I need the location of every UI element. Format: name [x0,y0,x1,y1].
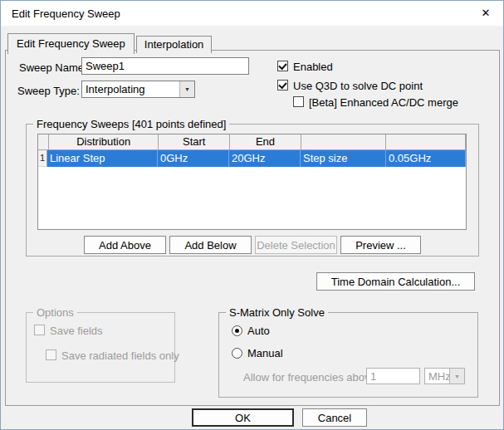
row-number: 1 [38,150,47,167]
save-fields-label: Save fields [50,325,103,337]
sweep-type-label: Sweep Type: [17,85,80,97]
frequency-unit-value: MHz [428,370,451,383]
chevron-down-icon: ▼ [449,369,464,384]
ok-button[interactable]: OK [192,408,294,427]
header-start: Start [159,134,230,150]
cell-start[interactable]: 0GHz [158,150,229,167]
cell-step-size[interactable]: 0.05GHz [386,150,466,167]
header-distribution: Distribution [49,134,159,150]
add-below-button[interactable]: Add Below [169,236,252,254]
selected-row-cells[interactable]: Linear Step 0GHz 20GHz Step size 0.05GHz [47,150,466,167]
table-header-row: Distribution Start End [38,134,466,150]
frequency-value-input [366,368,420,384]
window-title: Edit Frequency Sweep [12,7,120,20]
cancel-button[interactable]: Cancel [302,408,367,427]
close-icon[interactable]: ✕ [479,7,492,20]
manual-label: Manual [247,347,283,359]
frequency-unit-dropdown: MHz ▼ [424,368,465,384]
preview-button[interactable]: Preview ... [340,236,421,254]
s-matrix-group-title: S-Matrix Only Solve [226,306,328,319]
titlebar: Edit Frequency Sweep ✕ [1,1,503,26]
delete-selection-button: Delete Selection [255,236,337,254]
table-row[interactable]: 1 Linear Step 0GHz 20GHz Step size 0.05G… [38,150,466,167]
auto-radio[interactable] [232,325,242,336]
enabled-label: Enabled [293,61,333,73]
sweep-name-label: Sweep Name: [19,61,87,74]
edit-frequency-sweep-dialog: Edit Frequency Sweep ✕ Edit Frequency Sw… [0,0,504,430]
frequency-sweeps-table: Distribution Start End 1 Linear Step 0GH… [37,134,467,230]
use-q3d-label: Use Q3D to solve DC point [293,80,423,92]
options-group-title: Options [33,306,77,319]
use-q3d-checkbox[interactable] [277,80,288,90]
beta-merge-label: [Beta] Enhanced AC/DC merge [309,96,458,109]
beta-merge-checkbox[interactable] [293,96,304,107]
save-radiated-label: Save radiated fields only [61,349,179,362]
header-col5 [386,134,466,150]
cell-step-label[interactable]: Step size [301,150,386,167]
chevron-down-icon[interactable]: ▼ [179,81,194,97]
allow-frequencies-label: Allow for frequencies above [243,371,376,384]
auto-label: Auto [247,325,270,337]
header-index [38,134,49,150]
cell-distribution[interactable]: Linear Step [47,150,158,167]
sweep-type-value: Interpolating [86,83,145,95]
save-fields-checkbox [34,325,45,335]
add-above-button[interactable]: Add Above [84,236,166,254]
tabstrip: Edit Frequency Sweep Interpolation [7,33,212,53]
frequency-sweeps-group-title: Frequency Sweeps [401 points defined] [33,118,229,130]
cell-end[interactable]: 20GHz [229,150,301,167]
tab-interpolation[interactable]: Interpolation [136,36,213,53]
options-group: Options [26,312,175,383]
sweep-name-input[interactable] [81,57,249,75]
sweep-type-dropdown[interactable]: Interpolating ▼ [81,81,195,98]
manual-radio[interactable] [232,348,242,359]
header-end: End [230,134,301,150]
header-col4 [301,134,387,150]
time-domain-calculation-button[interactable]: Time Domain Calculation... [316,272,475,291]
save-radiated-checkbox [46,349,56,360]
enabled-checkbox[interactable] [277,61,288,71]
tab-edit-frequency-sweep[interactable]: Edit Frequency Sweep [7,33,135,54]
